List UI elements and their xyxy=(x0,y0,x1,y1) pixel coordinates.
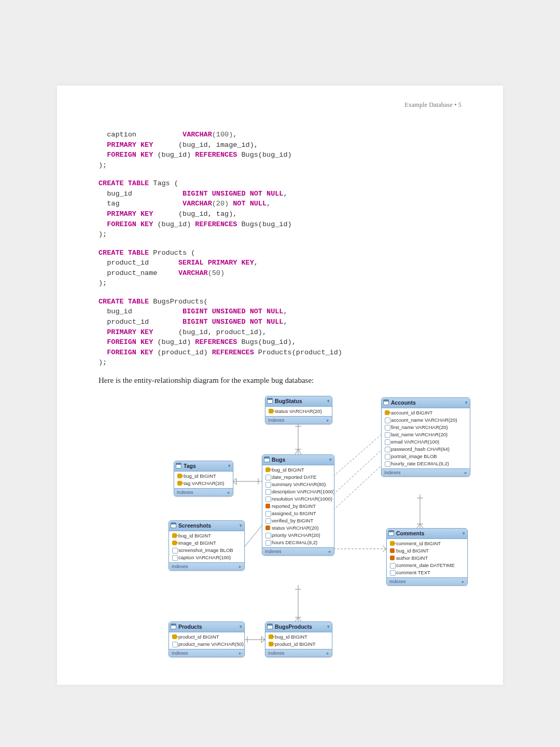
sql-block-tags: CREATE TABLE Tags ( bug_id BIGINT UNSIGN… xyxy=(99,178,467,239)
chevron-down-icon: ▾ xyxy=(327,398,330,404)
table-icon xyxy=(388,530,394,536)
entity-tags: Tags▾ bug_id BIGINT tag VARCHAR(20) Inde… xyxy=(174,461,233,496)
table-icon xyxy=(267,624,273,629)
chevron-down-icon: ▾ xyxy=(465,400,468,405)
entity-title: BugStatus ▾ xyxy=(265,396,332,407)
er-diagram: BugStatus ▾ status VARCHAR(20) Indexes▸ … xyxy=(145,393,477,684)
sql-block-bugsproducts: CREATE TABLE BugsProducts( bug_id BIGINT… xyxy=(99,297,467,368)
viewport: Example Database • 5 caption VARCHAR(100… xyxy=(0,0,560,747)
sql-block-prev-continued: caption VARCHAR(100), PRIMARY KEY (bug_i… xyxy=(99,130,467,170)
key-icon xyxy=(269,409,273,413)
table-icon xyxy=(176,463,181,468)
entity-columns: status VARCHAR(20) xyxy=(265,407,332,416)
entity-comments: Comments▾ comment_id BIGINT bug_id BIGIN… xyxy=(386,528,468,586)
book-page: Example Database • 5 caption VARCHAR(100… xyxy=(57,86,503,685)
entity-title-label: Accounts xyxy=(391,399,416,406)
table-icon xyxy=(171,624,176,629)
entity-columns: account_id BIGINT account_name VARCHAR(2… xyxy=(382,408,470,468)
column: status VARCHAR(20) xyxy=(268,408,330,415)
entity-accounts: Accounts ▾ account_id BIGINT account_nam… xyxy=(381,397,470,477)
table-icon xyxy=(267,398,273,404)
entity-bugsproducts: BugsProducts▾ bug_id BIGINT product_id B… xyxy=(265,621,332,657)
table-icon xyxy=(171,522,176,528)
entity-products: Products▾ product_id BIGINT product_name… xyxy=(169,621,245,657)
arrow-icon: ▸ xyxy=(327,418,329,423)
entity-title: Accounts ▾ xyxy=(382,398,470,408)
entity-title-label: BugStatus xyxy=(275,398,302,404)
page-content: caption VARCHAR(100), PRIMARY KEY (bug_i… xyxy=(99,130,467,684)
er-caption: Here is the entity-relationship diagram … xyxy=(99,376,467,385)
entity-bugs: Bugs▾ bug_id BIGINT date_reported DATE s… xyxy=(262,454,334,556)
running-head: Example Database • 5 xyxy=(404,101,461,109)
entity-indexes: Indexes▸ xyxy=(265,416,332,424)
table-icon xyxy=(264,457,270,462)
entity-bugstatus: BugStatus ▾ status VARCHAR(20) Indexes▸ xyxy=(265,396,332,424)
table-icon xyxy=(383,399,389,405)
sql-block-products: CREATE TABLE Products ( product_id SERIA… xyxy=(99,248,467,288)
entity-screenshots: Screenshots▾ bug_id BIGINT image_id BIGI… xyxy=(169,520,245,571)
